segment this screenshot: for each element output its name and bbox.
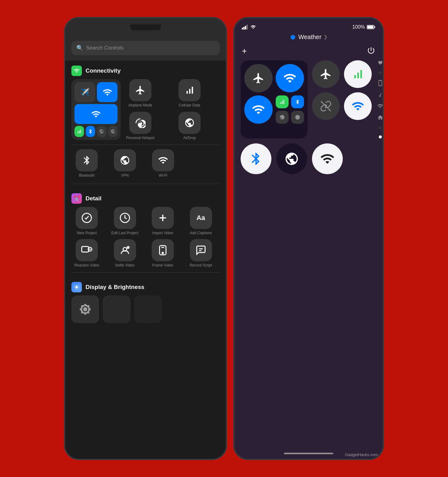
airplane-mode-control[interactable]: Airplane Mode: [125, 79, 156, 108]
divider-2: [71, 272, 220, 273]
right-cellular-big-btn[interactable]: [344, 60, 372, 88]
airplane-mode-icon-bg: [129, 79, 151, 101]
right-controls-main: [234, 57, 383, 448]
wifi-label: Wi-Fi: [159, 173, 167, 178]
bluetooth-label: Bluetooth: [79, 173, 95, 178]
display-section: Display & Brightness: [71, 277, 220, 326]
power-button[interactable]: [367, 46, 375, 55]
detail-section: ✂️ Detail New Project: [71, 188, 220, 268]
bluetooth-small-btn[interactable]: [86, 126, 95, 137]
airdrop-label: AirDrop: [183, 136, 196, 141]
bluetooth-icon-bg: [76, 149, 98, 171]
import-video-icon-bg: [152, 207, 174, 229]
right-globe-big-btn[interactable]: [276, 143, 307, 174]
right-airdrop-big-btn[interactable]: [344, 92, 372, 120]
search-icon: 🔍: [76, 45, 83, 51]
wifi-sidebar-icon: [377, 104, 383, 108]
detail-title: Detail: [86, 195, 102, 202]
phone-top-bar: [65, 18, 226, 37]
search-bar-container: 🔍 Search Controls: [65, 37, 226, 61]
frame-video-control[interactable]: Frame Video: [147, 239, 178, 268]
frame-video-label: Frame Video: [152, 263, 173, 268]
record-script-label: Record Script: [190, 263, 212, 268]
right-airplane-btn[interactable]: [244, 64, 273, 92]
airdrop-control[interactable]: AirDrop: [174, 112, 205, 141]
display-control-3[interactable]: [134, 295, 162, 323]
import-video-control[interactable]: Import Video: [147, 207, 178, 236]
right-vpn-mini[interactable]: [276, 111, 289, 124]
right-airplane2-btn[interactable]: [312, 60, 340, 88]
svg-rect-16: [245, 26, 246, 30]
airplane-mode-btn[interactable]: ✈️: [74, 82, 95, 102]
cellular-data-control[interactable]: Cellular Data: [174, 79, 205, 108]
personal-hotspot-control[interactable]: Personal Hotspot: [125, 112, 156, 141]
svg-rect-20: [367, 26, 374, 29]
new-project-control[interactable]: New Project: [71, 207, 102, 236]
globe-small-btn[interactable]: [108, 126, 118, 137]
standalone-controls-row: Bluetooth VPN: [71, 145, 220, 179]
selfie-video-control[interactable]: Selfie Video: [110, 239, 140, 268]
svg-point-8: [127, 246, 130, 249]
signal-area: [242, 25, 256, 30]
right-wifi-big-btn[interactable]: [312, 143, 343, 174]
detail-controls-grid: New Project Edit Last Project: [71, 207, 220, 268]
search-placeholder: Search Controls: [86, 45, 124, 51]
airdrop-icon-bg: [178, 112, 201, 134]
display-control-2[interactable]: [103, 295, 130, 323]
dot3-active: [379, 135, 382, 138]
svg-rect-17: [246, 25, 248, 30]
right-cellular-mini[interactable]: [276, 95, 289, 108]
detail-icon: ✂️: [71, 193, 82, 204]
cellular-small-btn[interactable]: [74, 126, 84, 137]
detail-header: ✂️ Detail: [71, 188, 220, 207]
cellular-data-label: Cellular Data: [179, 103, 200, 108]
divider-1: [71, 184, 220, 184]
phone-icon: [378, 80, 382, 86]
right-status-bar: 100%: [234, 18, 383, 32]
reaction-video-icon-bg: [76, 239, 98, 261]
svg-rect-14: [242, 28, 243, 30]
add-control-button[interactable]: +: [242, 46, 247, 56]
reaction-video-control[interactable]: Reaction Video: [71, 239, 102, 268]
frame-video-icon-bg: [152, 239, 174, 261]
record-script-control[interactable]: Record Script: [186, 239, 216, 268]
right-link-btn[interactable]: [312, 92, 340, 120]
add-captions-control[interactable]: Aa Add Captions: [186, 207, 216, 236]
record-script-icon-bg: [190, 239, 212, 261]
left-phone: 🔍 Search Controls Connectivity: [64, 17, 227, 460]
phone-notch: [130, 24, 161, 30]
wifi-control[interactable]: Wi-Fi: [148, 149, 178, 178]
add-captions-label: Add Captions: [190, 231, 212, 236]
search-bar[interactable]: 🔍 Search Controls: [71, 41, 220, 55]
edit-last-project-control[interactable]: Edit Last Project: [110, 207, 140, 236]
wifi-connectivity-btn[interactable]: [97, 82, 118, 102]
right-connectivity-block: [241, 60, 308, 138]
svg-point-24: [380, 85, 381, 86]
wifi-btn-2[interactable]: [74, 104, 118, 124]
add-captions-icon-bg: Aa: [190, 207, 212, 229]
scroll-content[interactable]: Connectivity ✈️: [65, 61, 226, 459]
svg-rect-19: [374, 26, 375, 28]
display-control-1[interactable]: [71, 295, 99, 323]
connectivity-header: Connectivity: [71, 61, 220, 79]
right-sidebar-indicators: [376, 60, 383, 138]
svg-point-6: [89, 249, 91, 250]
vpn-control[interactable]: VPN: [110, 149, 140, 178]
vpn-icon-bg: [114, 149, 136, 171]
reaction-video-label: Reaction Video: [74, 263, 99, 268]
right-wifi2-btn[interactable]: [244, 95, 273, 124]
right-globe-mini[interactable]: [291, 111, 304, 124]
bluetooth-control[interactable]: Bluetooth: [71, 149, 102, 178]
vpn-small-btn[interactable]: [97, 126, 106, 137]
right-bt-big-btn[interactable]: [241, 143, 271, 174]
dot1: [379, 71, 382, 74]
weather-row[interactable]: Weather: [234, 32, 383, 44]
right-top-controls: [241, 60, 377, 138]
new-project-label: New Project: [77, 231, 97, 236]
right-bt-mini[interactable]: [291, 95, 304, 108]
right-bottom-row: [241, 143, 377, 174]
import-video-label: Import Video: [152, 231, 173, 236]
right-wifi-active-btn[interactable]: [276, 64, 304, 92]
personal-hotspot-icon-bg: [129, 112, 151, 134]
battery-percentage: 100%: [352, 24, 365, 30]
